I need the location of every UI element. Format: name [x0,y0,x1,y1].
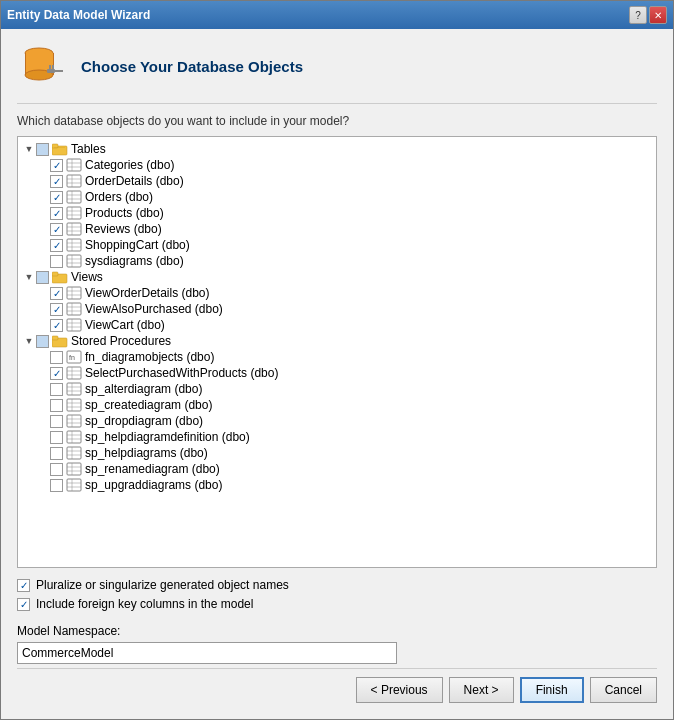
checkbox-sp[interactable] [36,335,49,348]
checkbox-tables[interactable] [36,143,49,156]
label-sp-upgraddiagrams: sp_upgraddiagrams (dbo) [85,478,222,492]
table-icon-sp-upgrad [66,478,82,492]
svg-rect-78 [67,447,81,459]
namespace-input[interactable] [17,642,397,664]
svg-rect-74 [67,431,81,443]
table-icon-vieworderdetails [66,286,82,300]
button-bar: < Previous Next > Finish Cancel [17,668,657,707]
svg-rect-36 [67,255,81,267]
svg-rect-70 [67,415,81,427]
title-bar-buttons: ? ✕ [629,6,667,24]
item-viewalsopurchased[interactable]: ViewAlsoPurchased (dbo) [18,301,656,317]
svg-rect-82 [67,463,81,475]
item-sysdiagrams[interactable]: sysdiagrams (dbo) [18,253,656,269]
namespace-label: Model Namespace: [17,624,657,638]
spacer-16 [36,430,50,444]
spacer-17 [36,446,50,460]
expand-views-icon[interactable]: ▼ [22,270,36,284]
checkbox-sysdiagrams[interactable] [50,255,63,268]
close-button[interactable]: ✕ [649,6,667,24]
table-icon-products [66,206,82,220]
main-window: Entity Data Model Wizard ? ✕ [0,0,674,720]
table-icon-sp-create [66,398,82,412]
next-button[interactable]: Next > [449,677,514,703]
checkbox-categories[interactable] [50,159,63,172]
item-categories[interactable]: Categories (dbo) [18,157,656,173]
checkbox-reviews[interactable] [50,223,63,236]
item-vieworderdetails[interactable]: ViewOrderDetails (dbo) [18,285,656,301]
section-tables[interactable]: ▼ Tables [18,141,656,157]
spacer-11 [36,350,50,364]
expand-sp-icon[interactable]: ▼ [22,334,36,348]
svg-rect-8 [52,65,54,70]
finish-button[interactable]: Finish [520,677,584,703]
table-icon-categories [66,158,82,172]
spacer-9 [36,302,50,316]
table-icon-sp-helpdiagrams [66,446,82,460]
spacer-10 [36,318,50,332]
item-sp-alterdiagram[interactable]: sp_alterdiagram (dbo) [18,381,656,397]
svg-rect-41 [52,272,58,276]
item-sp-upgraddiagrams[interactable]: sp_upgraddiagrams (dbo) [18,477,656,493]
label-sp: Stored Procedures [71,334,171,348]
svg-rect-12 [67,159,81,171]
checkbox-orders[interactable] [50,191,63,204]
checkbox-vieworderdetails[interactable] [50,287,63,300]
foreign-key-checkbox[interactable] [17,598,30,611]
item-sp-dropdiagram[interactable]: sp_dropdiagram (dbo) [18,413,656,429]
checkbox-sp-creatediagram[interactable] [50,399,63,412]
cancel-button[interactable]: Cancel [590,677,657,703]
section-stored-procedures[interactable]: ▼ Stored Procedures [18,333,656,349]
tree-container[interactable]: ▼ Tables Categories (dbo) [17,136,657,568]
item-reviews[interactable]: Reviews (dbo) [18,221,656,237]
checkbox-sp-alterdiagram[interactable] [50,383,63,396]
label-shoppingcart: ShoppingCart (dbo) [85,238,190,252]
svg-rect-16 [67,175,81,187]
content-area: Choose Your Database Objects Which datab… [1,29,673,719]
checkbox-viewalsopurchased[interactable] [50,303,63,316]
help-button[interactable]: ? [629,6,647,24]
label-vieworderdetails: ViewOrderDetails (dbo) [85,286,210,300]
item-shoppingcart[interactable]: ShoppingCart (dbo) [18,237,656,253]
svg-rect-42 [67,287,81,299]
checkbox-sp-helpdiagrams[interactable] [50,447,63,460]
svg-rect-55 [52,336,58,340]
header: Choose Your Database Objects [17,41,657,104]
checkbox-views[interactable] [36,271,49,284]
item-sp-helpdiagrams[interactable]: sp_helpdiagrams (dbo) [18,445,656,461]
subtitle: Which database objects do you want to in… [17,114,657,128]
previous-button[interactable]: < Previous [356,677,443,703]
item-sp-helpdiagramdefinition[interactable]: sp_helpdiagramdefinition (dbo) [18,429,656,445]
checkbox-sp-dropdiagram[interactable] [50,415,63,428]
spacer-12 [36,366,50,380]
label-products: Products (dbo) [85,206,164,220]
section-views[interactable]: ▼ Views [18,269,656,285]
checkbox-sp-renamediagram[interactable] [50,463,63,476]
checkbox-selectpurchased[interactable] [50,367,63,380]
item-viewcart[interactable]: ViewCart (dbo) [18,317,656,333]
expand-tables-icon[interactable]: ▼ [22,142,36,156]
checkbox-shoppingcart[interactable] [50,239,63,252]
item-orders[interactable]: Orders (dbo) [18,189,656,205]
spacer-6 [36,238,50,252]
label-sp-dropdiagram: sp_dropdiagram (dbo) [85,414,203,428]
spacer-19 [36,478,50,492]
item-selectpurchased[interactable]: SelectPurchasedWithProducts (dbo) [18,365,656,381]
item-sp-creatediagram[interactable]: sp_creatediagram (dbo) [18,397,656,413]
spacer-7 [36,254,50,268]
item-products[interactable]: Products (dbo) [18,205,656,221]
checkbox-products[interactable] [50,207,63,220]
item-sp-renamediagram[interactable]: sp_renamediagram (dbo) [18,461,656,477]
item-fn-diagramobjects[interactable]: fn fn_diagramobjects (dbo) [18,349,656,365]
checkbox-orderdetails[interactable] [50,175,63,188]
checkbox-sp-upgraddiagrams[interactable] [50,479,63,492]
label-sp-creatediagram: sp_creatediagram (dbo) [85,398,212,412]
checkbox-viewcart[interactable] [50,319,63,332]
checkbox-fn-diagramobjects[interactable] [50,351,63,364]
svg-rect-86 [67,479,81,491]
spacer-13 [36,382,50,396]
table-icon-viewalsopurchased [66,302,82,316]
item-orderdetails[interactable]: OrderDetails (dbo) [18,173,656,189]
pluralize-checkbox[interactable] [17,579,30,592]
checkbox-sp-helpdiagramdefinition[interactable] [50,431,63,444]
